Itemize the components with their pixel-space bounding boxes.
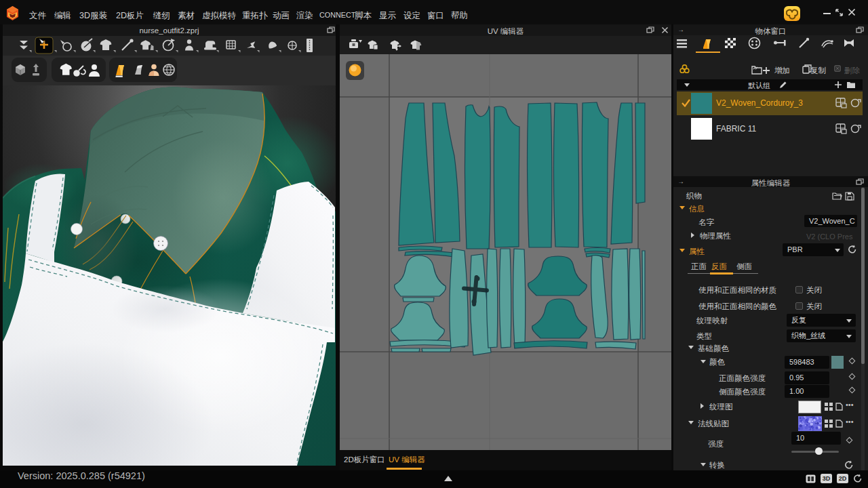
svg-text:复制: 复制: [810, 66, 826, 75]
svg-text:增加: 增加: [774, 66, 790, 75]
svg-text:删除: 删除: [844, 66, 861, 75]
